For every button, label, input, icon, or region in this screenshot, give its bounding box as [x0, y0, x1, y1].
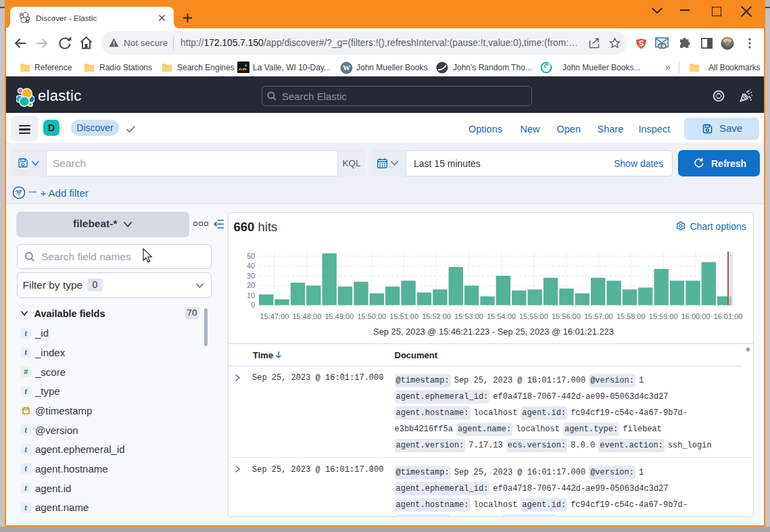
- svg-text:20: 20: [247, 281, 255, 289]
- svg-text:15:55:00: 15:55:00: [519, 312, 548, 320]
- svg-text:50: 50: [247, 252, 255, 260]
- svg-text:15:49:00: 15:49:00: [324, 312, 354, 320]
- svg-text:15:47:00: 15:47:00: [260, 312, 289, 320]
- svg-text:15:59:00: 15:59:00: [649, 312, 678, 320]
- svg-text:15:53:00: 15:53:00: [454, 312, 483, 320]
- svg-text:15:48:00: 15:48:00: [292, 312, 321, 320]
- svg-text:15:58:00: 15:58:00: [617, 312, 646, 320]
- svg-text:15:51:00: 15:51:00: [389, 312, 418, 320]
- svg-text:0: 0: [251, 301, 255, 309]
- svg-text:10: 10: [247, 291, 255, 299]
- svg-text:16:01:00: 16:01:00: [714, 312, 743, 320]
- svg-text:40: 40: [247, 262, 255, 270]
- svg-text:16:00:00: 16:00:00: [681, 312, 711, 320]
- svg-text:W: W: [343, 64, 350, 72]
- svg-text:30: 30: [247, 272, 255, 280]
- svg-text:15:56:00: 15:56:00: [552, 312, 581, 320]
- svg-text:15:52:00: 15:52:00: [422, 312, 451, 320]
- svg-text:15:54:00: 15:54:00: [487, 312, 516, 320]
- svg-text:15:57:00: 15:57:00: [584, 312, 613, 320]
- svg-text:15:50:00: 15:50:00: [357, 312, 386, 320]
